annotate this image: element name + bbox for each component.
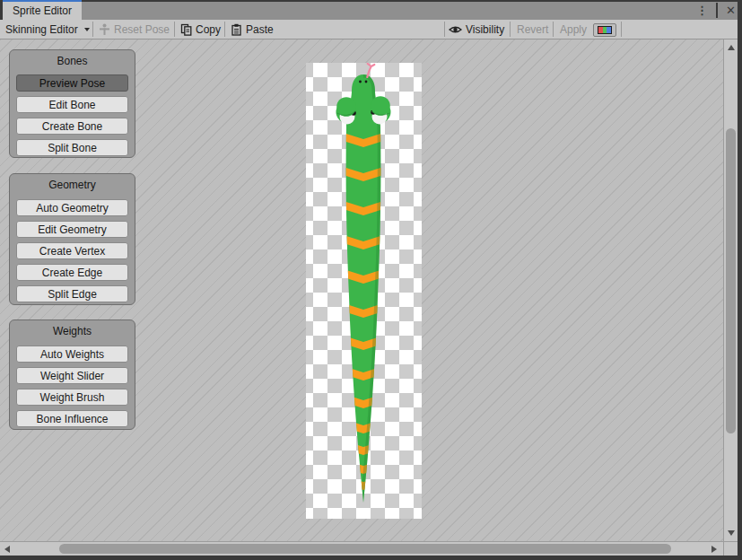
window-controls: ⋮ ✕	[696, 2, 736, 20]
weight-slider-button[interactable]: Weight Slider	[16, 367, 128, 384]
bone-influence-button[interactable]: Bone Influence	[16, 410, 128, 427]
edit-bone-button[interactable]: Edit Bone	[16, 96, 128, 113]
revert-label: Revert	[517, 23, 548, 36]
auto-geometry-button[interactable]: Auto Geometry	[16, 199, 128, 216]
snake-left-eye	[336, 97, 357, 124]
scroll-right-icon[interactable]	[711, 546, 717, 553]
close-icon[interactable]: ✕	[726, 2, 736, 20]
create-edge-button[interactable]: Create Edge	[16, 264, 128, 281]
copy-icon	[180, 23, 192, 36]
reset-pose-button[interactable]: Reset Pose	[99, 20, 170, 39]
paste-label: Paste	[246, 23, 274, 36]
scroll-down-icon[interactable]	[728, 530, 735, 536]
create-bone-button[interactable]: Create Bone	[16, 118, 128, 135]
vertical-scrollbar-thumb[interactable]	[726, 128, 736, 433]
rgb-swatch-icon	[598, 26, 612, 34]
horizontal-scrollbar-thumb[interactable]	[59, 544, 671, 554]
panel-weights: Weights Auto Weights Weight Slider Weigh…	[9, 319, 135, 430]
revert-button[interactable]: Revert	[517, 20, 548, 39]
sprite-canvas[interactable]	[306, 63, 422, 519]
auto-weights-button[interactable]: Auto Weights	[16, 346, 128, 363]
visibility-label: Visibility	[466, 23, 504, 36]
panel-weights-title: Weights	[10, 324, 135, 338]
menu-dots-icon[interactable]: ⋮	[696, 2, 708, 20]
scroll-up-icon[interactable]	[728, 45, 735, 50]
paste-button[interactable]: Paste	[231, 20, 274, 39]
copy-button[interactable]: Copy	[180, 20, 221, 39]
separator	[174, 22, 175, 37]
panel-bones-title: Bones	[10, 54, 135, 68]
create-vertex-button[interactable]: Create Vertex	[16, 242, 128, 259]
chevron-down-icon	[84, 28, 90, 31]
visibility-button[interactable]: Visibility	[449, 20, 504, 39]
edit-geometry-button[interactable]: Edit Geometry	[16, 221, 128, 238]
tab-strip	[3, 2, 738, 20]
snake-sprite	[306, 63, 422, 519]
tab-sprite-editor[interactable]: Sprite Editor	[3, 0, 82, 20]
paste-icon	[231, 23, 242, 36]
separator	[510, 22, 511, 37]
vertical-scrollbar[interactable]	[723, 39, 738, 541]
toolbar: Skinning Editor Reset Pose Copy	[0, 20, 738, 39]
copy-label: Copy	[196, 23, 221, 36]
split-edge-button[interactable]: Split Edge	[16, 285, 128, 302]
color-mode-button[interactable]	[593, 23, 616, 37]
horizontal-scrollbar[interactable]	[0, 541, 723, 556]
maximize-icon[interactable]	[716, 2, 718, 20]
skinning-editor-label: Skinning Editor	[5, 23, 78, 36]
reset-pose-label: Reset Pose	[114, 23, 170, 36]
panel-bones: Bones Preview Pose Edit Bone Create Bone…	[9, 49, 135, 158]
eye-icon	[449, 25, 462, 34]
skinning-editor-dropdown[interactable]: Skinning Editor	[5, 20, 90, 39]
preview-pose-button[interactable]: Preview Pose	[16, 74, 128, 92]
panel-geometry-title: Geometry	[10, 178, 135, 192]
skinning-viewport[interactable]: Bones Preview Pose Edit Bone Create Bone…	[0, 39, 738, 541]
separator	[224, 22, 225, 37]
panel-geometry: Geometry Auto Geometry Edit Geometry Cre…	[9, 173, 135, 305]
separator	[621, 22, 622, 37]
scroll-left-icon[interactable]	[4, 546, 10, 553]
separator	[553, 22, 554, 37]
separator	[92, 22, 93, 37]
split-bone-button[interactable]: Split Bone	[16, 139, 128, 156]
apply-button[interactable]: Apply	[560, 20, 587, 39]
snake-right-eye	[371, 96, 391, 124]
pose-figure-icon	[99, 23, 110, 36]
scrollbar-corner	[723, 541, 738, 556]
apply-label: Apply	[560, 23, 587, 36]
weight-brush-button[interactable]: Weight Brush	[16, 389, 128, 406]
sprite-editor-window: Sprite Editor ⋮ ✕ Skinning Editor Reset …	[0, 0, 742, 560]
separator	[444, 22, 445, 37]
tab-title: Sprite Editor	[13, 4, 72, 17]
maximize-box	[716, 3, 718, 18]
